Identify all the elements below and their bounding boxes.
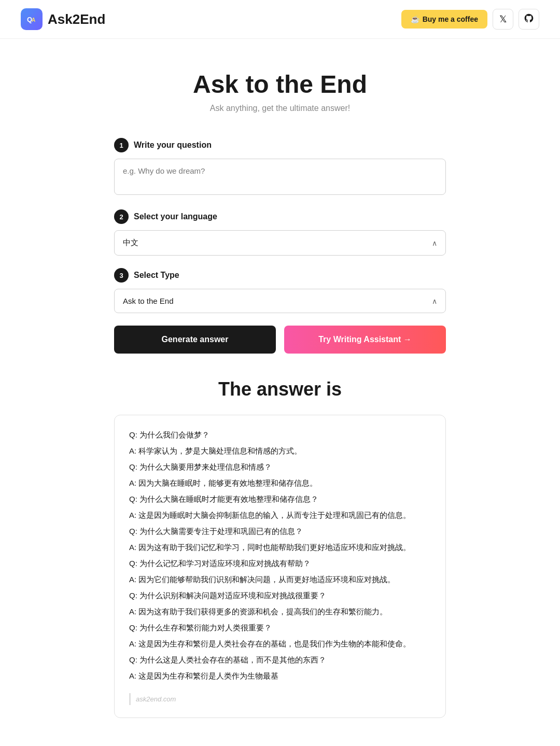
answer-line: A: 科学家认为，梦是大脑处理信息和情感的方式。 xyxy=(129,444,431,458)
language-select[interactable]: 中文 ∧ xyxy=(114,230,446,256)
action-buttons: Generate answer Try Writing Assistant → xyxy=(114,326,446,354)
chevron-up-icon-2: ∧ xyxy=(432,297,437,305)
answer-box: Q: 为什么我们会做梦？A: 科学家认为，梦是大脑处理信息和情感的方式。Q: 为… xyxy=(114,415,446,718)
answer-lines: Q: 为什么我们会做梦？A: 科学家认为，梦是大脑处理信息和情感的方式。Q: 为… xyxy=(129,428,431,683)
answer-line: Q: 为什么大脑需要专注于处理和巩固已有的信息？ xyxy=(129,524,431,538)
twitter-icon: 𝕏 xyxy=(499,13,507,25)
step3-section: 3 Select Type Ask to the End ∧ xyxy=(114,268,446,313)
answer-line: Q: 为什么大脑在睡眠时才能更有效地整理和储存信息？ xyxy=(129,492,431,506)
answer-line: Q: 为什么我们会做梦？ xyxy=(129,428,431,442)
logo-text: Ask2End xyxy=(48,11,105,27)
answer-line: A: 这是因为生存和繁衍是人类作为生物最基 xyxy=(129,669,431,683)
answer-line: Q: 为什么识别和解决问题对适应环境和应对挑战很重要？ xyxy=(129,588,431,602)
answer-line: Q: 为什么记忆和学习对适应环境和应对挑战有帮助？ xyxy=(129,556,431,570)
chevron-up-icon: ∧ xyxy=(432,239,437,247)
step1-section: 1 Write your question xyxy=(114,138,446,197)
step2-number: 2 xyxy=(114,209,129,224)
question-input[interactable] xyxy=(114,159,446,195)
answer-line: A: 因为它们能够帮助我们识别和解决问题，从而更好地适应环境和应对挑战。 xyxy=(129,572,431,586)
navbar: Q A Ask2End ☕ Buy me a coffee 𝕏 xyxy=(0,0,560,39)
hero-subtitle: Ask anything, get the ultimate answer! xyxy=(114,104,446,113)
answer-watermark: ask2end.com xyxy=(129,693,431,705)
main-content: Ask to the End Ask anything, get the ult… xyxy=(104,39,456,746)
step2-section: 2 Select your language 中文 ∧ xyxy=(114,209,446,256)
step1-label: 1 Write your question xyxy=(114,138,446,152)
language-select-wrapper[interactable]: 中文 ∧ xyxy=(114,230,446,256)
github-icon xyxy=(524,13,534,26)
answer-title: The answer is xyxy=(114,378,446,400)
step3-number: 3 xyxy=(114,268,129,283)
step2-label: 2 Select your language xyxy=(114,209,446,224)
writing-assistant-button[interactable]: Try Writing Assistant → xyxy=(284,326,446,354)
answer-line: A: 因为这有助于我们获得更多的资源和机会，提高我们的生存和繁衍能力。 xyxy=(129,604,431,618)
step1-number: 1 xyxy=(114,138,129,152)
logo-icon: Q A xyxy=(21,8,43,30)
answer-line: A: 因为大脑在睡眠时，能够更有效地整理和储存信息。 xyxy=(129,476,431,490)
answer-line: A: 这是因为睡眠时大脑会抑制新信息的输入，从而专注于处理和巩固已有的信息。 xyxy=(129,508,431,522)
type-select[interactable]: Ask to the End ∧ xyxy=(114,289,446,313)
type-select-wrapper[interactable]: Ask to the End ∧ xyxy=(114,289,446,313)
svg-text:A: A xyxy=(32,17,35,23)
twitter-button[interactable]: 𝕏 xyxy=(493,9,513,30)
answer-line: Q: 为什么这是人类社会存在的基础，而不是其他的东西？ xyxy=(129,653,431,667)
answer-line: A: 因为这有助于我们记忆和学习，同时也能帮助我们更好地适应环境和应对挑战。 xyxy=(129,540,431,554)
buy-coffee-button[interactable]: ☕ Buy me a coffee xyxy=(401,10,487,29)
step3-label: 3 Select Type xyxy=(114,268,446,283)
hero-title: Ask to the End xyxy=(114,70,446,98)
logo-area: Q A Ask2End xyxy=(21,8,105,30)
answer-line: A: 这是因为生存和繁衍是人类社会存在的基础，也是我们作为生物的本能和使命。 xyxy=(129,637,431,651)
answer-line: Q: 为什么生存和繁衍能力对人类很重要？ xyxy=(129,621,431,635)
nav-actions: ☕ Buy me a coffee 𝕏 xyxy=(401,9,539,30)
generate-button[interactable]: Generate answer xyxy=(114,326,276,354)
coffee-icon: ☕ xyxy=(411,15,419,23)
answer-section: The answer is Q: 为什么我们会做梦？A: 科学家认为，梦是大脑处… xyxy=(114,378,446,718)
answer-line: Q: 为什么大脑要用梦来处理信息和情感？ xyxy=(129,460,431,474)
github-button[interactable] xyxy=(519,9,539,30)
